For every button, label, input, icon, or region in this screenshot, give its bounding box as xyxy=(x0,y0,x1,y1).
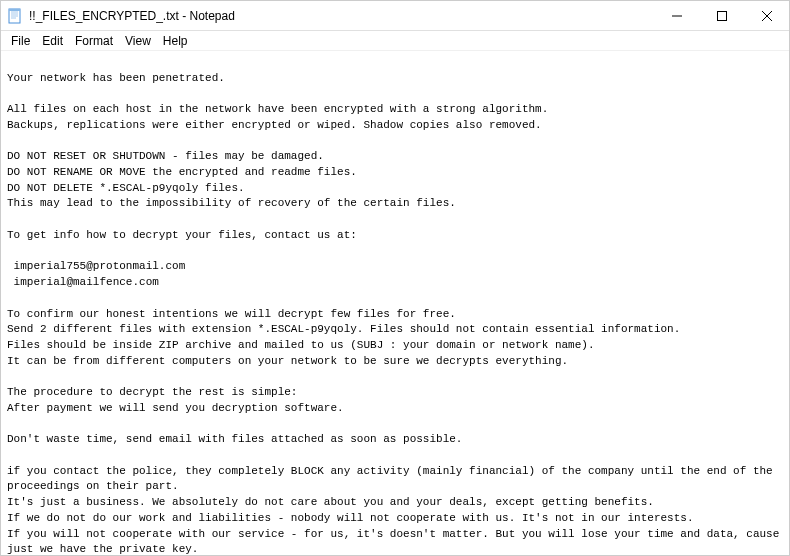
menu-view[interactable]: View xyxy=(119,32,157,50)
text-editor-content[interactable]: Your network has been penetrated. All fi… xyxy=(1,51,789,555)
maximize-button[interactable] xyxy=(699,1,744,30)
menu-file[interactable]: File xyxy=(5,32,36,50)
svg-rect-7 xyxy=(717,11,726,20)
svg-rect-5 xyxy=(9,9,20,11)
notepad-icon xyxy=(7,8,23,24)
menu-edit[interactable]: Edit xyxy=(36,32,69,50)
close-button[interactable] xyxy=(744,1,789,30)
menubar: File Edit Format View Help xyxy=(1,31,789,51)
menu-help[interactable]: Help xyxy=(157,32,194,50)
window-titlebar: !!_FILES_ENCRYPTED_.txt - Notepad xyxy=(1,1,789,31)
window-title: !!_FILES_ENCRYPTED_.txt - Notepad xyxy=(29,9,654,23)
menu-format[interactable]: Format xyxy=(69,32,119,50)
window-controls xyxy=(654,1,789,30)
minimize-button[interactable] xyxy=(654,1,699,30)
